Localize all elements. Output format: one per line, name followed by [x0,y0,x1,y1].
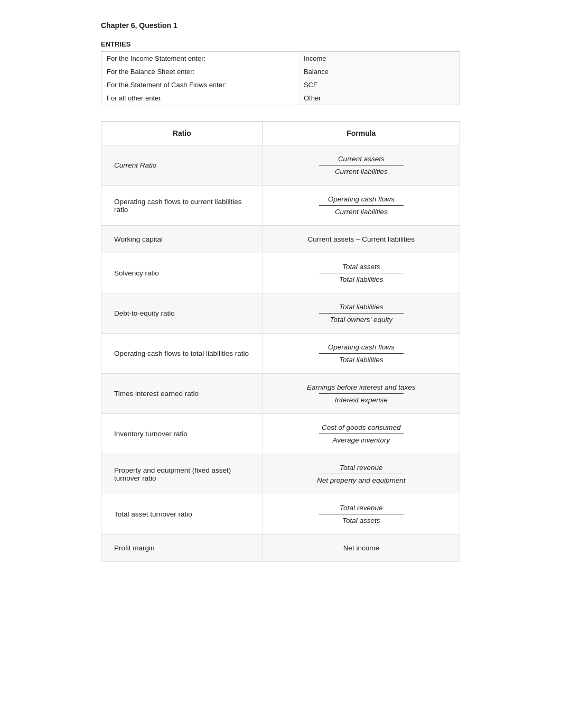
formula-fraction: Total assets Total liabilities [276,263,447,283]
formula-divider-line [319,393,404,394]
ratio-name: Total asset turnover ratio [101,494,263,535]
ratio-name: Current Ratio [101,145,263,186]
ratio-row: Inventory turnover ratio Cost of goods c… [101,414,460,454]
formula-cell: Current assets Current liabilities [263,145,460,186]
entry-value: SCF [298,78,460,91]
formula-denominator: Net property and equipment [317,476,405,484]
formula-fraction: Earnings before interest and taxes Inter… [276,383,447,404]
ratio-row: Operating cash flows to current liabilit… [101,186,460,226]
entry-label: For the Balance Sheet enter: [101,65,298,78]
formula-numerator: Operating cash flows [328,343,395,351]
formula-fraction: Cost of goods consumed Average inventory [276,423,447,444]
page-title: Chapter 6, Question 1 [101,21,460,30]
formula-cell: Operating cash flows Total liabilities [263,334,460,374]
entries-title: ENTRIES [101,40,460,48]
entry-value: Other [298,91,460,105]
formula-cell: Total revenue Total assets [263,494,460,535]
ratio-name: Working capital [101,226,263,253]
entries-table: For the Income Statement enter: Income F… [101,51,460,105]
formula-divider-line [319,353,404,354]
ratio-name: Times interest earned ratio [101,374,263,414]
ratio-header: Ratio [101,122,263,145]
formula-cell: Earnings before interest and taxes Inter… [263,374,460,414]
formula-numerator: Total revenue [340,464,382,472]
formula-numerator: Cost of goods consumed [322,423,400,431]
formula-fraction: Total revenue Net property and equipment [276,464,447,484]
ratio-name: Solvency ratio [101,253,263,293]
ratio-row: Total asset turnover ratio Total revenue… [101,494,460,535]
formula-cell: Total liabilities Total owners' equity [263,293,460,334]
ratio-row: Times interest earned ratio Earnings bef… [101,374,460,414]
entry-value: Balance [298,65,460,78]
formula-cell: Cost of goods consumed Average inventory [263,414,460,454]
ratio-row: Current Ratio Current assets Current lia… [101,145,460,186]
ratio-row: Debt-to-equity ratio Total liabilities T… [101,293,460,334]
formula-divider-line [319,165,404,165]
entries-row: For the Balance Sheet enter: Balance [101,65,460,78]
formula-denominator: Total owners' equity [330,316,392,324]
entries-row: For the Statement of Cash Flows enter: S… [101,78,460,91]
formula-divider-line [319,313,404,314]
formula-cell: Operating cash flows Current liabilities [263,186,460,226]
ratio-row: Operating cash flows to total liabilitie… [101,334,460,374]
formula-divider-line [319,514,404,514]
ratio-name: Inventory turnover ratio [101,414,263,454]
ratio-name: Operating cash flows to total liabilitie… [101,334,263,374]
formula-fraction: Total liabilities Total owners' equity [276,303,447,324]
formula-cell: Current assets – Current liabilities [263,226,460,253]
formula-header: Formula [263,122,460,145]
entry-value: Income [298,52,460,66]
formula-numerator: Total liabilities [339,303,384,311]
ratio-row: Property and equipment (fixed asset) tur… [101,454,460,494]
ratio-name: Operating cash flows to current liabilit… [101,186,263,226]
entries-section: ENTRIES For the Income Statement enter: … [101,40,460,105]
formula-top-only: Net income [343,544,379,552]
formula-inline: Current assets – Current liabilities [307,235,415,243]
formula-denominator: Total liabilities [339,356,384,364]
formula-fraction: Operating cash flows Total liabilities [276,343,447,364]
formula-numerator: Total revenue [340,504,382,512]
entry-label: For all other enter: [101,91,298,105]
ratio-row: Solvency ratio Total assets Total liabil… [101,253,460,293]
formula-denominator: Total liabilities [339,275,384,283]
formula-fraction: Operating cash flows Current liabilities [276,195,447,216]
formula-divider-line [319,205,404,206]
ratio-row: Working capital Current assets – Current… [101,226,460,253]
formula-cell: Net income [263,535,460,562]
formula-denominator: Interest expense [335,396,388,404]
formula-fraction: Current assets Current liabilities [276,155,447,176]
formula-divider-line [319,273,404,273]
formula-divider-line [319,474,404,474]
entry-label: For the Income Statement enter: [101,52,298,66]
formula-denominator: Average inventory [332,436,390,444]
ratio-name: Property and equipment (fixed asset) tur… [101,454,263,494]
formula-numerator: Operating cash flows [328,195,395,203]
formula-denominator: Current liabilities [335,208,388,216]
formula-numerator: Current assets [338,155,385,163]
ratio-table: Ratio Formula Current Ratio Current asse… [101,121,460,562]
entries-row: For all other enter: Other [101,91,460,105]
formula-denominator: Current liabilities [335,168,388,176]
formula-numerator: Total assets [342,263,380,271]
entry-label: For the Statement of Cash Flows enter: [101,78,298,91]
ratio-name: Debt-to-equity ratio [101,293,263,334]
formula-denominator: Total assets [342,517,380,524]
formula-cell: Total revenue Net property and equipment [263,454,460,494]
ratio-row: Profit margin Net income [101,535,460,562]
formula-numerator: Earnings before interest and taxes [307,383,416,391]
formula-fraction: Total revenue Total assets [276,504,447,524]
formula-cell: Total assets Total liabilities [263,253,460,293]
ratio-name: Profit margin [101,535,263,562]
entries-row: For the Income Statement enter: Income [101,52,460,66]
formula-divider-line [319,434,404,434]
